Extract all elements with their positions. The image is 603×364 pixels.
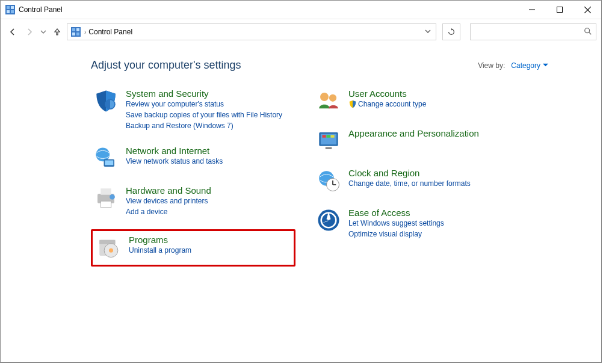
chevron-right-icon: › [84, 29, 86, 35]
svg-rect-21 [100, 188, 111, 195]
titlebar: Control Panel [1, 1, 601, 19]
svg-point-29 [329, 94, 336, 102]
shield-icon [93, 88, 119, 114]
recent-locations-dropdown[interactable] [39, 29, 48, 35]
up-button[interactable] [50, 25, 64, 39]
users-icon [316, 88, 341, 114]
svg-rect-12 [72, 32, 75, 35]
refresh-button[interactable] [442, 23, 460, 40]
svg-rect-4 [11, 10, 14, 13]
search-icon [584, 27, 592, 37]
address-bar[interactable]: › Control Panel [67, 23, 436, 40]
svg-rect-3 [7, 10, 10, 13]
category-programs: Programs Uninstall a program [91, 229, 295, 267]
category-appearance-and-personalization: Appearance and Personalization [314, 126, 518, 157]
category-title[interactable]: Appearance and Personalization [348, 128, 479, 138]
link-review-status[interactable]: Review your computer's status [126, 99, 282, 110]
category-title[interactable]: System and Security [126, 88, 282, 99]
monitor-icon [316, 128, 341, 153]
body: Adjust your computer's settings View by:… [1, 45, 601, 362]
link-file-history[interactable]: Save backup copies of your files with Fi… [126, 110, 282, 120]
category-title[interactable]: Network and Internet [126, 146, 223, 156]
link-uninstall-program[interactable]: Uninstall a program [129, 245, 191, 256]
viewby-dropdown[interactable]: Category [511, 61, 548, 70]
svg-point-14 [585, 28, 590, 32]
svg-rect-32 [323, 135, 326, 137]
svg-rect-2 [11, 6, 14, 9]
link-devices-printers[interactable]: View devices and printers [126, 196, 211, 206]
page-title: Adjust your computer's settings [91, 59, 241, 72]
svg-point-28 [320, 93, 329, 101]
viewby-label: View by: [478, 61, 505, 70]
navbar: › Control Panel [1, 19, 601, 45]
viewby-value: Category [511, 61, 540, 70]
link-network-status[interactable]: View network status and tasks [126, 156, 223, 167]
printer-icon [93, 185, 119, 211]
category-title[interactable]: Ease of Access [348, 208, 444, 218]
category-hardware-and-sound: Hardware and Sound View devices and prin… [91, 183, 295, 221]
category-user-accounts: User Accounts Change account type [314, 86, 518, 117]
svg-rect-25 [99, 240, 115, 244]
category-title[interactable]: Clock and Region [348, 168, 471, 178]
control-panel-icon [5, 5, 15, 14]
link-change-date-time[interactable]: Change date, time, or number formats [348, 179, 471, 189]
search-input[interactable] [470, 23, 596, 40]
category-title[interactable]: Hardware and Sound [126, 185, 211, 196]
svg-rect-11 [76, 28, 79, 31]
link-change-account-type[interactable]: Change account type [348, 99, 426, 110]
category-ease-of-access: Ease of Access Let Windows suggest setti… [314, 205, 518, 243]
window-title: Control Panel [19, 5, 63, 14]
address-dropdown[interactable] [425, 28, 433, 36]
svg-rect-19 [105, 161, 113, 165]
link-optimize-display[interactable]: Optimize visual display [348, 229, 444, 239]
svg-rect-35 [326, 147, 332, 150]
forward-button[interactable] [22, 25, 37, 39]
category-title[interactable]: Programs [129, 235, 191, 245]
link-add-device[interactable]: Add a device [126, 207, 211, 217]
svg-point-23 [110, 194, 115, 200]
uac-shield-icon [348, 100, 357, 108]
link-backup-restore[interactable]: Backup and Restore (Windows 7) [126, 121, 282, 131]
svg-rect-1 [7, 6, 10, 9]
close-button[interactable] [574, 1, 601, 19]
svg-rect-10 [72, 28, 75, 31]
category-network-and-internet: Network and Internet View network status… [91, 143, 295, 174]
globe-network-icon [93, 146, 119, 171]
control-panel-icon [70, 27, 82, 37]
category-system-and-security: System and Security Review your computer… [91, 86, 295, 135]
svg-point-27 [109, 248, 113, 253]
programs-icon [96, 235, 122, 260]
minimize-button[interactable] [518, 1, 546, 19]
category-title[interactable]: User Accounts [348, 88, 426, 99]
ease-of-access-icon [316, 208, 341, 233]
svg-rect-22 [100, 201, 111, 208]
back-button[interactable] [5, 25, 20, 39]
link-suggest-settings[interactable]: Let Windows suggest settings [348, 218, 444, 229]
breadcrumb-root[interactable]: Control Panel [88, 28, 132, 36]
clock-globe-icon [316, 168, 341, 193]
svg-rect-13 [76, 32, 79, 35]
maximize-button[interactable] [546, 1, 574, 19]
svg-rect-34 [331, 135, 335, 137]
svg-rect-6 [557, 7, 563, 13]
category-clock-and-region: Clock and Region Change date, time, or n… [314, 165, 518, 197]
svg-rect-33 [327, 135, 330, 137]
svg-line-15 [589, 32, 592, 34]
